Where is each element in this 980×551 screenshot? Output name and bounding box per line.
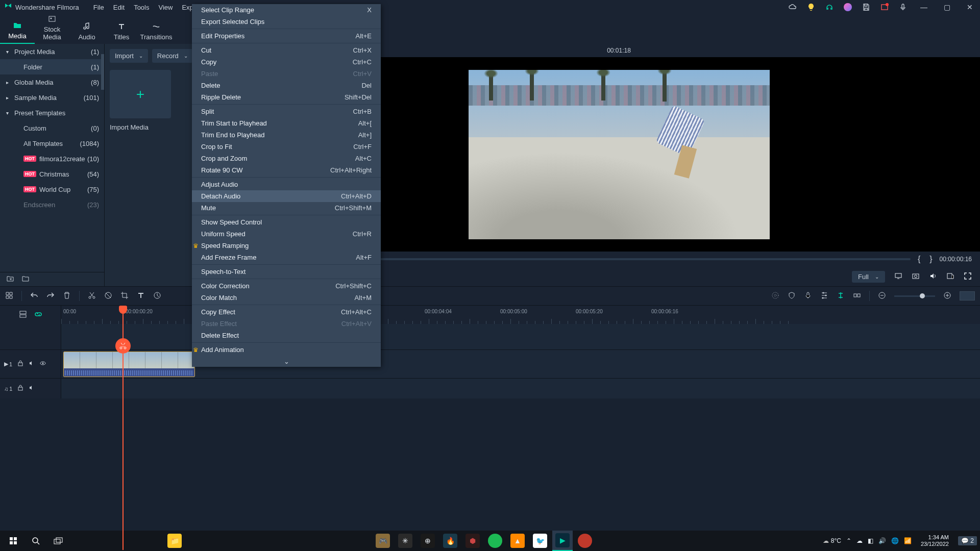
sidebar-christmas[interactable]: HOTChristmas(54) [0,166,104,182]
menu-file[interactable]: File [93,4,104,11]
new-folder-icon[interactable] [21,274,30,284]
sidebar-scrollbar[interactable] [101,54,104,90]
sidebar-project-media[interactable]: ▾Project Media(1) [0,44,104,59]
close-button[interactable]: ✕ [964,3,976,11]
snap-icon[interactable] [853,291,861,301]
text-tool-icon[interactable] [137,291,145,301]
taskbar-app-3[interactable]: ⊕ [418,531,438,551]
display-settings-icon[interactable] [894,272,902,282]
tray-volume-icon[interactable]: 🔊 [878,537,886,544]
delete-tool-icon[interactable] [63,291,71,301]
microphone-titlebar-icon[interactable] [899,3,907,11]
speed-tool-icon[interactable] [153,291,161,301]
ctx-trim-start[interactable]: Trim Start to PlayheadAlt+[ [192,117,381,129]
track-mute-icon[interactable] [29,385,35,392]
weather-widget[interactable]: ☁8°C [823,537,841,544]
ai-tool-icon[interactable] [771,291,779,301]
zoom-slider[interactable] [894,295,935,297]
tab-media[interactable]: Media [0,21,35,44]
menu-view[interactable]: View [158,4,173,11]
ctx-export-selected[interactable]: Export Selected Clips [192,16,381,28]
taskbar-app-1[interactable]: 🎮 [373,531,393,551]
ctx-split[interactable]: SplitCtrl+B [192,106,381,117]
ctx-trim-end[interactable]: Trim End to PlayheadAlt+] [192,129,381,141]
track-visibility-icon[interactable] [40,360,46,368]
export-preview-icon[interactable] [946,272,954,282]
ctx-add-animation[interactable]: ♛Add Animation [192,344,381,356]
track-manager-icon[interactable] [19,310,27,320]
mark-in-button[interactable]: { [916,255,922,264]
track-lock-icon[interactable] [17,385,23,392]
ctx-copy[interactable]: CopyCtrl+C [192,56,381,68]
menu-edit[interactable]: Edit [113,4,125,11]
preview-quality-select[interactable]: Full⌄ [852,271,885,283]
ctx-delete-effect[interactable]: Delete Effect [192,330,381,341]
volume-icon[interactable] [929,272,937,282]
ctx-mute[interactable]: MuteCtrl+Shift+M [192,202,381,214]
ctx-crop-fit[interactable]: Crop to FitCtrl+F [192,141,381,153]
fullscreen-icon[interactable] [964,272,972,282]
tab-titles[interactable]: Titles [104,22,139,44]
cloud-icon[interactable] [789,3,797,11]
ctx-color-match[interactable]: Color MatchAlt+M [192,292,381,304]
ctx-uniform-speed[interactable]: Uniform SpeedCtrl+R [192,228,381,240]
snapshot-icon[interactable] [912,272,920,282]
maximize-button[interactable]: ▢ [941,3,953,11]
playhead[interactable] [122,306,124,550]
track-lock-icon[interactable] [17,360,23,368]
zoom-out-icon[interactable] [878,291,886,301]
import-folder-icon[interactable] [6,274,14,284]
track-mute-icon[interactable] [29,360,35,368]
taskbar-app-6[interactable]: 🐦 [530,531,550,551]
sidebar-all-templates[interactable]: All Templates(1084) [0,136,104,151]
tray-clock[interactable]: 1:34 AM 23/12/2022 [921,534,949,547]
taskbar-app-4[interactable]: 🔥 [440,531,460,551]
taskbar-app-vlc[interactable]: ▲ [507,531,528,551]
sidebar-custom[interactable]: Custom(0) [0,120,104,136]
sidebar-world-cup[interactable]: HOTWorld Cup(75) [0,182,104,197]
record-dropdown[interactable]: Record⌄ [152,49,193,63]
import-dropdown[interactable]: Import⌄ [110,49,148,63]
minimize-button[interactable]: — [917,3,930,11]
sidebar-preset-templates[interactable]: ▾Preset Templates [0,105,104,120]
ctx-speech-to-text[interactable]: Speech-to-Text [192,266,381,278]
ctx-edit-properties[interactable]: Edit PropertiesAlt+E [192,30,381,42]
account-avatar-icon[interactable] [844,3,852,11]
mixer-icon[interactable] [820,291,828,301]
tray-notifications[interactable]: 💬 2 [958,536,977,545]
ctx-delete[interactable]: DeleteDel [192,80,381,91]
search-button[interactable] [26,531,46,551]
ctx-show-speed[interactable]: Show Speed Control [192,216,381,228]
ctx-rotate-90[interactable]: Rotate 90 CWCtrl+Alt+Right [192,164,381,176]
sidebar-filmora12create[interactable]: HOTfilmora12create(10) [0,151,104,166]
tab-stock-media[interactable]: Stock Media [35,14,69,44]
tips-icon[interactable] [807,3,815,11]
timeline-overview[interactable] [960,291,975,300]
mask-tool-icon[interactable] [104,291,112,301]
tray-chevron-icon[interactable]: ⌃ [846,537,851,544]
ctx-freeze-frame[interactable]: Add Freeze FrameAlt+F [192,252,381,263]
tab-transitions[interactable]: Transitions [139,22,174,44]
taskbar-app-spotify[interactable] [485,531,505,551]
save-icon[interactable] [862,3,870,11]
mark-out-button[interactable]: } [927,255,934,264]
tab-audio[interactable]: Audio [69,22,104,44]
crop-tool-icon[interactable] [120,291,129,301]
ctx-crop-zoom[interactable]: Crop and ZoomAlt+C [192,153,381,164]
taskbar-app-5[interactable]: ⬢ [462,531,483,551]
updates-icon[interactable] [880,3,889,11]
ctx-detach-audio[interactable]: Detach AudioCtrl+Alt+D [192,190,381,202]
sidebar-global-media[interactable]: ▸Global Media(8) [0,74,104,90]
split-tool-icon[interactable] [88,291,96,301]
sidebar-endscreen[interactable]: Endscreen(23) [0,197,104,212]
tray-wifi-icon[interactable]: 📶 [904,537,912,544]
taskbar-app-2[interactable]: ✳ [395,531,415,551]
ctx-select-clip-range[interactable]: Select Clip RangeX [192,4,381,16]
headphones-icon[interactable] [825,3,834,11]
ctx-copy-effect[interactable]: Copy EffectCtrl+Alt+C [192,306,381,318]
shield-icon[interactable] [788,291,796,301]
start-button[interactable] [3,531,23,551]
undo-icon[interactable] [30,291,38,301]
ctx-cut[interactable]: CutCtrl+X [192,44,381,56]
ctx-color-correction[interactable]: Color CorrectionCtrl+Shift+C [192,280,381,292]
